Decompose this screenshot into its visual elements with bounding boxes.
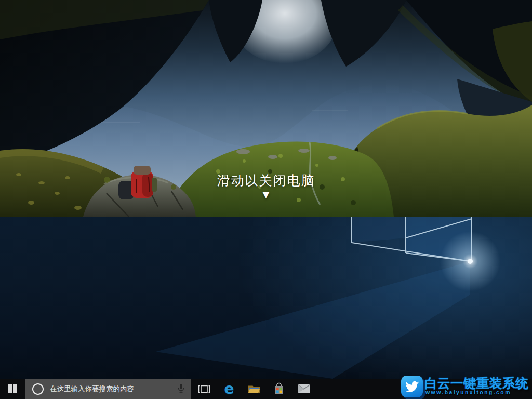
edge-icon: e — [224, 382, 234, 396]
down-arrow-icon: ▼ — [0, 189, 532, 200]
desktop-wallpaper[interactable] — [0, 217, 532, 379]
store-icon — [273, 382, 285, 396]
task-view-icon — [198, 384, 210, 394]
screen: 滑动以关闭电脑 ▼ — [0, 0, 532, 399]
baiyun-watermark[interactable]: 白云一键重装系统 www.baiyunxitong.com — [399, 373, 532, 399]
twitter-bird-icon — [401, 376, 423, 397]
microphone-icon[interactable] — [177, 383, 185, 394]
watermark-url: www.baiyunxitong.com — [425, 389, 511, 395]
windows-hero-wallpaper — [0, 217, 532, 379]
mail-button[interactable] — [294, 379, 314, 399]
taskbar-search-box[interactable] — [25, 379, 191, 399]
windows-logo-icon — [8, 384, 17, 393]
edge-button[interactable]: e — [219, 379, 239, 399]
task-view-button[interactable] — [194, 379, 214, 399]
file-explorer-icon — [248, 384, 260, 394]
start-button[interactable] — [0, 379, 25, 399]
slide-to-shutdown-panel[interactable]: 滑动以关闭电脑 ▼ — [0, 0, 532, 217]
slide-to-shutdown-label: 滑动以关闭电脑 — [0, 172, 532, 189]
store-button[interactable] — [269, 379, 289, 399]
search-input[interactable] — [49, 384, 177, 393]
mail-icon — [298, 384, 310, 393]
cortana-circle-icon — [32, 383, 44, 395]
file-explorer-button[interactable] — [244, 379, 264, 399]
